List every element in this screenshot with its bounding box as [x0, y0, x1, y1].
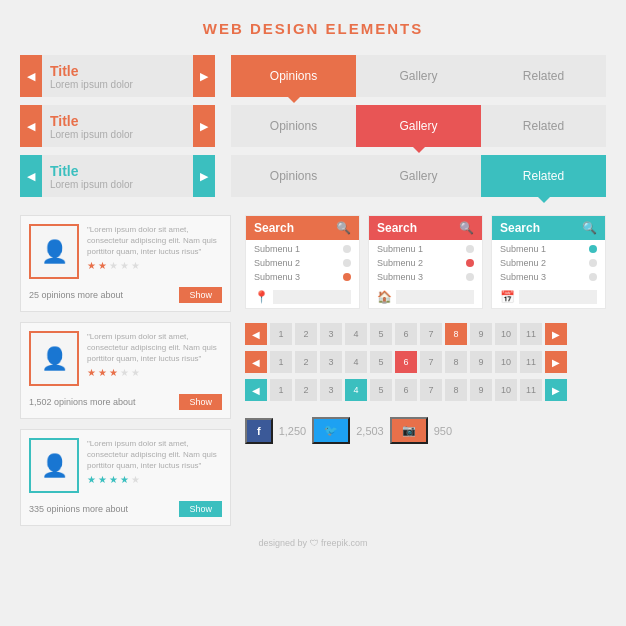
pag-row-2-num-9[interactable]: 9 [470, 351, 492, 373]
pag-row-1-num-5[interactable]: 5 [370, 323, 392, 345]
pag-row-1-num-10[interactable]: 10 [495, 323, 517, 345]
pag-row-2-num-11[interactable]: 11 [520, 351, 542, 373]
opinion-card-3: 👤 "Lorem ipsum dolor sit amet, consectet… [20, 429, 231, 526]
pag-row-1-num-8[interactable]: 8 [445, 323, 467, 345]
opinion-card-2-text: "Lorem ipsum dolor sit amet, consectetur… [87, 331, 222, 365]
pag-row-3-num-1[interactable]: 1 [270, 379, 292, 401]
pag-row-3-num-8[interactable]: 8 [445, 379, 467, 401]
pag-row-3-num-6[interactable]: 6 [395, 379, 417, 401]
search-item-1-3-label: Submenu 3 [254, 272, 300, 282]
tab-bar-3-gallery[interactable]: Gallery [356, 155, 481, 197]
search-panel-2-header: Search 🔍 [369, 216, 482, 240]
opinion-card-3-show-btn[interactable]: Show [179, 501, 222, 517]
title-bar-3-left-arrow[interactable]: ◀ [20, 155, 42, 197]
search-panel-3-input[interactable] [519, 290, 597, 304]
tab-bar-1-opinions[interactable]: Opinions [231, 55, 356, 97]
title-bar-2-subtitle: Lorem ipsum dolor [50, 129, 185, 140]
pag-row-2-num-10[interactable]: 10 [495, 351, 517, 373]
tab-bar-2: Opinions Gallery Related [231, 105, 606, 147]
pag-row-1-num-11[interactable]: 11 [520, 323, 542, 345]
pag-row-3-num-11[interactable]: 11 [520, 379, 542, 401]
pag-row-2-num-1[interactable]: 1 [270, 351, 292, 373]
opinion-card-1-show-btn[interactable]: Show [179, 287, 222, 303]
pag-row-3-prev[interactable]: ◀ [245, 379, 267, 401]
opinion-card-3-stars: ★ ★ ★ ★ ★ [87, 474, 222, 485]
pag-row-2-num-3[interactable]: 3 [320, 351, 342, 373]
tab-bar-1: Opinions Gallery Related [231, 55, 606, 97]
title-bar-2-right-arrow[interactable]: ▶ [193, 105, 215, 147]
pag-row-3-num-10[interactable]: 10 [495, 379, 517, 401]
pag-row-2-num-2[interactable]: 2 [295, 351, 317, 373]
right-side: Search 🔍 Submenu 1 Submenu 2 [245, 215, 606, 526]
search-item-3-1-label: Submenu 1 [500, 244, 546, 254]
tab-bar-3-opinions[interactable]: Opinions [231, 155, 356, 197]
pag-row-1-num-6[interactable]: 6 [395, 323, 417, 345]
dot-2-1 [466, 245, 474, 253]
pag-row-1-num-2[interactable]: 2 [295, 323, 317, 345]
facebook-count: 1,250 [279, 425, 307, 437]
search-item-3-3: Submenu 3 [500, 272, 597, 282]
pag-row-1-num-4[interactable]: 4 [345, 323, 367, 345]
search-item-3-2: Submenu 2 [500, 258, 597, 268]
pag-row-2-prev[interactable]: ◀ [245, 351, 267, 373]
pag-row-3-num-7[interactable]: 7 [420, 379, 442, 401]
pag-row-1-num-9[interactable]: 9 [470, 323, 492, 345]
facebook-btn[interactable]: f [245, 418, 273, 444]
instagram-btn[interactable]: 📷 [390, 417, 428, 444]
pag-row-1-next[interactable]: ▶ [545, 323, 567, 345]
pag-row-1-prev[interactable]: ◀ [245, 323, 267, 345]
search-panel-2-input-row: 🏠 [369, 286, 482, 308]
tab-bar-2-gallery[interactable]: Gallery [356, 105, 481, 147]
opinion-card-2-show-btn[interactable]: Show [179, 394, 222, 410]
pag-row-1-num-1[interactable]: 1 [270, 323, 292, 345]
star-2: ★ [98, 260, 107, 271]
pag-row-2-num-5[interactable]: 5 [370, 351, 392, 373]
tab-bar-1-gallery[interactable]: Gallery [356, 55, 481, 97]
search-panel-1-input[interactable] [273, 290, 351, 304]
title-bar-1-left-arrow[interactable]: ◀ [20, 55, 42, 97]
pag-row-3-num-9[interactable]: 9 [470, 379, 492, 401]
search-panel-3-input-row: 📅 [492, 286, 605, 308]
opinion-card-2-text-area: "Lorem ipsum dolor sit amet, consectetur… [87, 331, 222, 386]
pag-row-1-num-7[interactable]: 7 [420, 323, 442, 345]
pag-row-2-num-6[interactable]: 6 [395, 351, 417, 373]
dot-3-3 [589, 273, 597, 281]
title-bar-1: ◀ Title Lorem ipsum dolor ▶ [20, 55, 215, 97]
opinion-card-1-stars: ★ ★ ★ ★ ★ [87, 260, 222, 271]
pag-row-2-num-4[interactable]: 4 [345, 351, 367, 373]
search-panel-1-input-icon: 📍 [254, 290, 269, 304]
star-1: ★ [87, 260, 96, 271]
search-panel-2-input[interactable] [396, 290, 474, 304]
tab-bar-1-related[interactable]: Related [481, 55, 606, 97]
tab-bar-3: Opinions Gallery Related [231, 155, 606, 197]
tab-bar-2-related[interactable]: Related [481, 105, 606, 147]
star2-3: ★ [109, 367, 118, 378]
pagination-section: ◀ 1 2 3 4 5 6 7 8 9 10 11 ▶ ◀ 1 [245, 323, 606, 401]
search-panel-2-icon[interactable]: 🔍 [459, 221, 474, 235]
pag-row-1-num-3[interactable]: 3 [320, 323, 342, 345]
twitter-btn[interactable]: 🐦 [312, 417, 350, 444]
title-bar-2-left-arrow[interactable]: ◀ [20, 105, 42, 147]
search-item-2-2-label: Submenu 2 [377, 258, 423, 268]
pag-row-2-num-7[interactable]: 7 [420, 351, 442, 373]
search-panel-1-items: Submenu 1 Submenu 2 Submenu 3 [246, 240, 359, 286]
tab-bar-2-opinions[interactable]: Opinions [231, 105, 356, 147]
opinion-card-3-text: "Lorem ipsum dolor sit amet, consectetur… [87, 438, 222, 472]
opinion-card-2-stars: ★ ★ ★ ★ ★ [87, 367, 222, 378]
pag-row-3-next[interactable]: ▶ [545, 379, 567, 401]
star-5: ★ [131, 260, 140, 271]
pag-row-3-num-2[interactable]: 2 [295, 379, 317, 401]
title-bar-1-subtitle: Lorem ipsum dolor [50, 79, 185, 90]
pag-row-2-num-8[interactable]: 8 [445, 351, 467, 373]
title-bar-3-right-arrow[interactable]: ▶ [193, 155, 215, 197]
tab-bar-3-related[interactable]: Related [481, 155, 606, 197]
pag-row-3-num-4[interactable]: 4 [345, 379, 367, 401]
pag-row-3-num-5[interactable]: 5 [370, 379, 392, 401]
search-panel-1-icon[interactable]: 🔍 [336, 221, 351, 235]
star2-4: ★ [120, 367, 129, 378]
title-bar-1-right-arrow[interactable]: ▶ [193, 55, 215, 97]
search-panel-3-icon[interactable]: 🔍 [582, 221, 597, 235]
avatar-icon-3: 👤 [41, 453, 68, 479]
pag-row-2-next[interactable]: ▶ [545, 351, 567, 373]
pag-row-3-num-3[interactable]: 3 [320, 379, 342, 401]
